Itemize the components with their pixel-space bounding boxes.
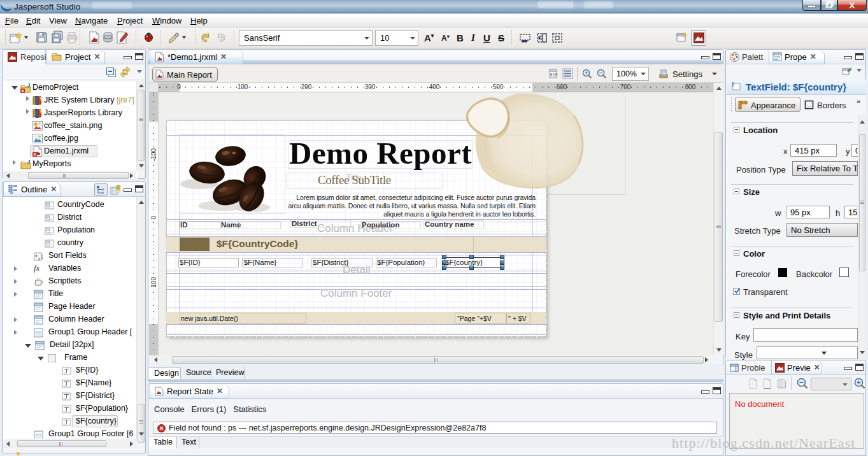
svg-text:z: z [38,257,40,260]
svg-text:010: 010 [550,73,558,78]
svg-text:J: J [27,83,30,88]
svg-text:J: J [27,159,30,164]
svg-text:X: X [850,1,855,10]
